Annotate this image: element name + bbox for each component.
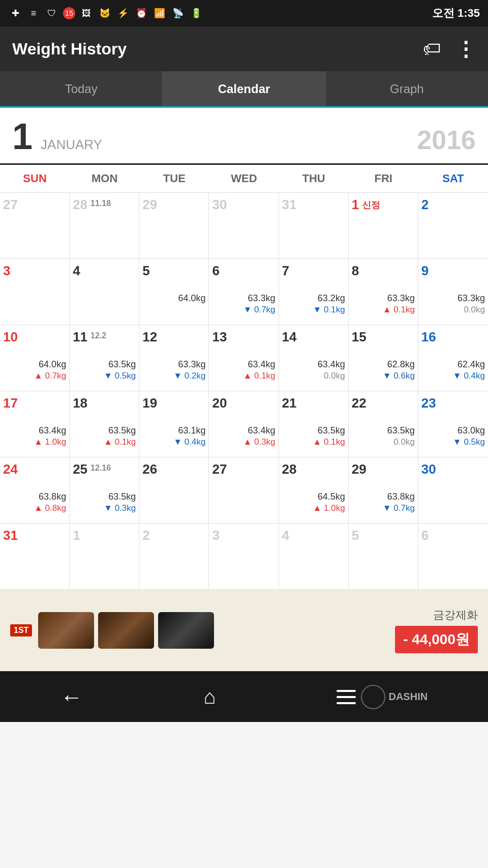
day-thu: THU — [279, 165, 349, 192]
app-header: Weight History 🏷 ⋮ — [0, 26, 488, 71]
day-sun: SUN — [0, 165, 70, 192]
calendar: SUN MON TUE WED THU FRI SAT 27 28 11.18 … — [0, 165, 488, 590]
day-mon: MON — [70, 165, 139, 192]
table-row[interactable]: 19 63.1kg ▼ 0.4kg — [139, 391, 209, 457]
header-actions: 🏷 ⋮ — [423, 37, 476, 61]
table-row[interactable]: 21 63.5kg ▲ 0.1kg — [279, 391, 349, 457]
table-row[interactable]: 12 63.3kg ▼ 0.2kg — [139, 325, 209, 391]
table-row[interactable]: 26 — [139, 457, 209, 524]
month-left: 1 JANUARY — [12, 118, 102, 155]
table-row[interactable]: 23 63.0kg ▼ 0.5kg — [418, 391, 488, 457]
table-row[interactable]: 2 — [139, 524, 209, 590]
table-row[interactable]: 6 63.3kg ▼ 0.7kg — [209, 259, 279, 325]
cat-icon: 🐱 — [98, 6, 112, 20]
table-row[interactable]: 16 62.4kg ▼ 0.4kg — [418, 325, 488, 391]
shield-icon: 🛡 — [45, 6, 59, 20]
table-row[interactable]: 18 63.5kg ▲ 0.1kg — [70, 391, 139, 457]
day-sat: SAT — [418, 165, 488, 192]
ad-shoes — [38, 612, 214, 649]
ad-brand: 금강제화 — [395, 607, 478, 623]
table-row[interactable]: 13 63.4kg ▲ 0.1kg — [209, 325, 279, 391]
status-time: 오전 1:35 — [432, 6, 480, 21]
table-row[interactable]: 27 — [0, 193, 70, 259]
back-button[interactable]: ← — [60, 684, 83, 710]
plus-icon: ✚ — [8, 6, 22, 20]
table-row[interactable]: 22 63.5kg 0.0kg — [349, 391, 418, 457]
bluetooth-icon: ⚡ — [116, 6, 130, 20]
menu-and-brand: DASHIN — [337, 685, 428, 709]
table-row[interactable]: 28 11.18 — [70, 193, 139, 259]
table-row[interactable]: 5 64.0kg — [139, 259, 209, 325]
tab-graph[interactable]: Graph — [326, 71, 488, 106]
table-row[interactable]: 30 — [209, 193, 279, 259]
tab-today[interactable]: Today — [0, 71, 163, 106]
table-row[interactable]: 8 63.3kg ▲ 0.1kg — [349, 259, 418, 325]
clock-icon: ⏰ — [134, 6, 148, 20]
table-row[interactable]: 31 — [0, 524, 70, 590]
table-row[interactable]: 3 — [0, 259, 70, 325]
table-row[interactable]: 1 신정 — [349, 193, 418, 259]
month-number: 1 — [12, 118, 33, 155]
overflow-menu-icon[interactable]: ⋮ — [455, 37, 476, 61]
table-row[interactable]: 25 12.16 63.5kg ▼ 0.3kg — [70, 457, 139, 524]
shoe-1 — [38, 612, 94, 649]
day-tue: TUE — [139, 165, 209, 192]
home-button[interactable]: ⌂ — [204, 685, 216, 708]
shoe-3 — [158, 612, 214, 649]
shoe-2 — [98, 612, 154, 649]
day-fri: FRI — [349, 165, 418, 192]
calendar-day-names: SUN MON TUE WED THU FRI SAT — [0, 165, 488, 193]
table-row[interactable]: 29 63.8kg ▼ 0.7kg — [349, 457, 418, 524]
table-row[interactable]: 7 63.2kg ▼ 0.1kg — [279, 259, 349, 325]
ad-right: 금강제화 - 44,000원 — [395, 607, 478, 653]
bottom-nav: ← ⌂ DASHIN — [0, 671, 488, 722]
table-row[interactable]: 31 — [279, 193, 349, 259]
brand-label: DASHIN — [388, 691, 428, 703]
menu-button[interactable] — [337, 690, 356, 704]
table-row[interactable]: 29 — [139, 193, 209, 259]
table-row[interactable]: 20 63.4kg ▲ 0.3kg — [209, 391, 279, 457]
table-row[interactable]: 24 63.8kg ▲ 0.8kg — [0, 457, 70, 524]
status-bar: ✚ ≡ 🛡 15 🖼 🐱 ⚡ ⏰ 📶 📡 🔋 오전 1:35 — [0, 0, 488, 26]
ad-badge: 1ST — [10, 624, 32, 636]
table-row[interactable]: 10 64.0kg ▲ 0.7kg — [0, 325, 70, 391]
app-title: Weight History — [12, 40, 127, 59]
table-row[interactable]: 14 63.4kg 0.0kg — [279, 325, 349, 391]
month-header: 1 JANUARY 2016 — [0, 108, 488, 165]
table-row[interactable]: 3 — [209, 524, 279, 590]
ad-banner[interactable]: 1ST 금강제화 - 44,000원 — [0, 590, 488, 671]
wifi-icon: 📶 — [152, 6, 167, 20]
ad-left: 1ST — [10, 612, 214, 649]
status-icons: ✚ ≡ 🛡 15 🖼 🐱 ⚡ ⏰ 📶 📡 🔋 — [8, 6, 203, 20]
day-wed: WED — [209, 165, 279, 192]
tabs: Today Calendar Graph — [0, 71, 488, 108]
photo-icon: 🖼 — [79, 6, 94, 20]
table-row[interactable]: 15 62.8kg ▼ 0.6kg — [349, 325, 418, 391]
table-row[interactable]: 17 63.4kg ▲ 1.0kg — [0, 391, 70, 457]
brand-circle-icon — [361, 685, 385, 709]
table-row[interactable]: 4 — [70, 259, 139, 325]
table-row[interactable]: 4 — [279, 524, 349, 590]
table-row[interactable]: 11 12.2 63.5kg ▼ 0.5kg — [70, 325, 139, 391]
table-row[interactable]: 30 — [418, 457, 488, 524]
tab-calendar[interactable]: Calendar — [163, 71, 325, 108]
table-row[interactable]: 27 — [209, 457, 279, 524]
table-row[interactable]: 28 64.5kg ▲ 1.0kg — [279, 457, 349, 524]
table-row[interactable]: 9 63.3kg 0.0kg — [418, 259, 488, 325]
badge-icon: 15 — [63, 7, 75, 19]
table-row[interactable]: 5 — [349, 524, 418, 590]
calendar-grid: 27 28 11.18 29 30 31 1 신정 2 3 4 — [0, 193, 488, 590]
table-row[interactable]: 1 — [70, 524, 139, 590]
table-row[interactable]: 2 — [418, 193, 488, 259]
table-row[interactable]: 6 — [418, 524, 488, 590]
signal-icon: 📡 — [171, 6, 185, 20]
battery-icon: 🔋 — [189, 6, 203, 20]
year-number: 2016 — [417, 125, 476, 155]
ad-price: - 44,000원 — [395, 626, 478, 653]
month-name: JANUARY — [41, 137, 102, 153]
bars-icon: ≡ — [26, 6, 41, 20]
add-tag-icon[interactable]: 🏷 — [423, 38, 441, 60]
